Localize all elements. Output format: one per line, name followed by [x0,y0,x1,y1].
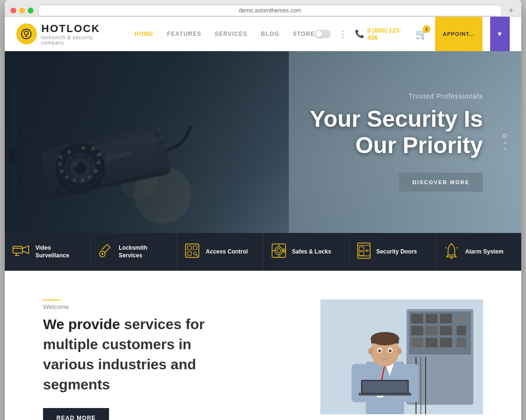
service-alarm-system[interactable]: Alarm System [436,233,521,271]
svg-point-53 [275,247,283,254]
security-doors-text: Security Doors [376,248,417,256]
service-name-2: LocksmithServices [119,244,147,259]
welcome-image [320,299,483,414]
minimize-button[interactable] [19,8,25,13]
service-locksmith[interactable]: LocksmithServices [91,233,177,271]
locksmith-icon [99,243,113,260]
close-button[interactable] [11,8,16,13]
svg-rect-84 [440,338,452,347]
service-name-1: VideoSurveillance [35,244,69,259]
dropdown-button[interactable]: ▾ [490,17,510,51]
cart-badge: 1 [423,25,430,33]
svg-point-105 [397,348,402,354]
svg-point-1 [24,31,28,35]
video-surveillance-icon [12,244,30,260]
svg-rect-64 [359,252,364,255]
svg-rect-97 [371,339,399,343]
welcome-section: Welcome We provide services for multiple… [5,271,521,420]
browser-window: demo.axiomthemes.com + HOTLOCK locksmith… [5,0,521,420]
welcome-heading-strong: We provide [43,316,120,332]
svg-rect-48 [193,246,197,250]
svg-point-65 [366,250,368,252]
site-header: HOTLOCK locksmith & security company HOM… [5,17,521,51]
main-nav: HOME FEATURES SERVICES BLOG STORE [134,31,315,37]
svg-rect-80 [440,326,452,335]
hero-dot-2[interactable] [504,142,506,144]
logo-area[interactable]: HOTLOCK locksmith & security company [16,22,115,45]
more-options-icon[interactable]: ⋮ [339,29,347,39]
read-more-button[interactable]: READ MORE [43,408,109,420]
svg-rect-39 [13,246,22,253]
maximize-button[interactable] [28,8,33,13]
service-video-surveillance[interactable]: VideoSurveillance [5,233,91,271]
locksmith-text: LocksmithServices [119,244,147,259]
svg-rect-76 [440,314,452,323]
nav-store[interactable]: STORE [293,31,315,37]
safes-locks-text: Safes & Locks [292,248,331,256]
hero-dot-3[interactable] [504,148,506,150]
svg-rect-78 [411,326,423,335]
logo-name: HOTLOCK [42,22,116,35]
service-name-3: Access Control [206,248,248,256]
svg-line-70 [456,247,458,248]
nav-blog[interactable]: BLOG [261,31,280,37]
svg-line-51 [197,255,198,257]
svg-rect-108 [362,381,407,393]
welcome-heading: We provide services for multiple custome… [43,314,244,395]
new-tab-button[interactable]: + [506,6,515,16]
hero-pagination [503,134,507,150]
svg-line-69 [445,247,447,248]
service-access-control[interactable]: Access Control [177,233,263,271]
svg-rect-63 [359,247,364,251]
svg-rect-83 [426,338,438,347]
svg-rect-82 [411,338,423,347]
svg-rect-85 [457,338,466,347]
logo-icon [16,23,37,44]
svg-point-50 [194,252,197,255]
nav-features[interactable]: FEATURES [167,31,201,37]
nav-services[interactable]: SERVICES [215,31,247,37]
service-name-5: Security Doors [376,248,417,256]
website-content: HOTLOCK locksmith & security company HOM… [5,17,521,420]
address-bar[interactable]: demo.axiomthemes.com [38,5,502,16]
logo-text: HOTLOCK locksmith & security company [42,22,116,45]
cart-button[interactable]: 🛒 1 [416,28,427,40]
svg-point-102 [380,350,381,351]
hero-dot-1[interactable] [503,134,507,138]
svg-rect-49 [187,252,191,255]
alarm-system-icon [443,243,460,261]
svg-rect-74 [411,314,423,323]
svg-point-100 [378,349,381,352]
hero-title: Your Security Is Our Priority [310,106,483,158]
service-security-doors[interactable]: Security Doors [350,233,436,271]
svg-rect-79 [426,326,438,335]
access-control-icon [185,243,200,261]
phone-area: 📞 0 (800) 123-456 [355,27,408,41]
svg-point-67 [450,257,452,259]
svg-rect-47 [187,246,191,250]
security-doors-icon [357,243,371,261]
welcome-left: Welcome We provide services for multiple… [43,299,292,420]
svg-point-54 [277,249,281,253]
appointment-button[interactable]: APPOINT... [435,17,482,51]
video-surveillance-text: VideoSurveillance [35,244,69,259]
services-bar: VideoSurveillance LocksmithServices [5,233,521,271]
logo-subtitle: locksmith & security company [42,35,116,45]
hero-content: Trusted Professionals Your Security Is O… [310,92,483,192]
service-name-6: Alarm System [465,248,504,256]
svg-rect-75 [426,314,438,323]
header-right: ⋮ 📞 0 (800) 123-456 🛒 1 APPOINT... ▾ [315,17,510,51]
nav-home[interactable]: HOME [134,31,153,37]
safes-locks-icon [271,243,286,261]
access-control-text: Access Control [206,248,248,256]
svg-point-101 [389,349,392,352]
hero-subtitle: Trusted Professionals [310,92,483,100]
browser-chrome: demo.axiomthemes.com + [5,0,521,17]
welcome-tag: Welcome [43,299,292,310]
svg-point-104 [368,348,373,354]
theme-toggle[interactable] [315,30,331,38]
service-safes-locks[interactable]: Safes & Locks [263,233,350,271]
alarm-system-text: Alarm System [465,248,504,256]
discover-more-button[interactable]: DISCOVER MORE [399,173,483,192]
hero-section: SECURITY Trusted Professionals Your Secu… [5,51,521,233]
